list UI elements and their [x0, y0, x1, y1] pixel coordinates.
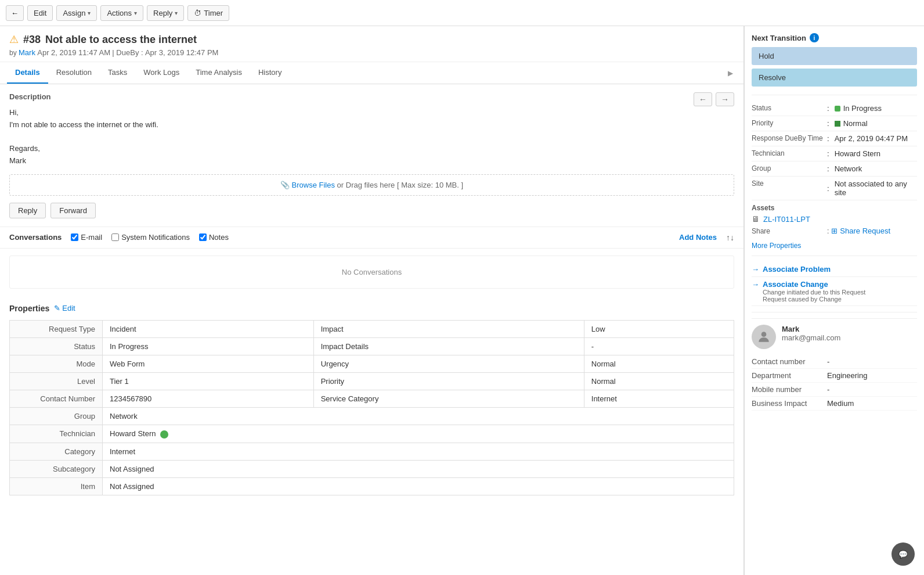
group-value: : Network	[827, 164, 862, 173]
contact-number-value: -	[827, 357, 829, 366]
actions-button[interactable]: Actions ▾	[100, 5, 143, 21]
user-info: Mark mark@gmail.com	[782, 325, 840, 342]
due-label: DueBy :	[116, 48, 143, 57]
tab-history[interactable]: History	[250, 62, 290, 84]
contact-number-label: Contact number	[752, 357, 827, 366]
file-drop-area[interactable]: 📎 Browse Files or Drag files here [ Max …	[9, 174, 734, 196]
ticket-author-link[interactable]: Mark	[19, 48, 35, 57]
warning-icon: ⚠	[9, 33, 19, 46]
associate-change-item: → Associate Change Change initiated due …	[752, 277, 917, 306]
ticket-meta: by Mark Apr 2, 2019 11:47 AM | DueBy : A…	[9, 48, 734, 57]
department-label: Department	[752, 371, 827, 380]
tab-work-logs[interactable]: Work Logs	[135, 62, 187, 84]
back-button[interactable]: ←	[6, 5, 24, 21]
resolve-button[interactable]: Resolve	[752, 69, 917, 87]
tab-details[interactable]: Details	[7, 62, 48, 84]
toolbar: ← Edit Assign ▾ Actions ▾ Reply ▾ ⏱ Time…	[0, 0, 924, 26]
system-notifications-filter[interactable]: System Notifications	[111, 233, 190, 242]
properties-section: Properties ✎ Edit Request Type Incident …	[0, 296, 743, 504]
tab-time-analysis[interactable]: Time Analysis	[187, 62, 250, 84]
chat-icon: 💬	[898, 550, 908, 559]
table-row: Mode Web Form Urgency Normal	[10, 355, 734, 372]
description-prev-button[interactable]: ←	[694, 92, 712, 106]
group-field-row: Group : Network	[752, 161, 917, 177]
description-next-button[interactable]: →	[716, 92, 734, 106]
asset-item[interactable]: 🖥 ZL-IT011-LPT	[752, 214, 917, 224]
paperclip-icon: 📎	[280, 181, 290, 189]
svg-point-0	[761, 332, 767, 337]
timer-button[interactable]: ⏱ Timer	[187, 5, 229, 21]
reply-action-button[interactable]: Reply	[9, 203, 46, 218]
notes-checkbox[interactable]	[199, 233, 207, 241]
mobile-row: Mobile number -	[752, 383, 917, 397]
status-field-label: Status	[752, 104, 827, 113]
divider	[752, 95, 917, 95]
system-notifications-checkbox[interactable]	[111, 233, 119, 241]
tabs-bar: Details Resolution Tasks Work Logs Time …	[0, 62, 743, 84]
tab-tasks[interactable]: Tasks	[100, 62, 135, 84]
mobile-value: -	[827, 385, 829, 394]
response-due-value: : Apr 2, 2019 04:47 PM	[827, 134, 908, 143]
assoc-change-sub1: Change initiated due to this Request	[763, 289, 865, 296]
priority-field-label: Priority	[752, 119, 827, 128]
next-transition-label: Next Transition	[752, 34, 806, 42]
edit-button[interactable]: Edit	[27, 5, 53, 21]
hold-button[interactable]: Hold	[752, 47, 917, 65]
tab-collapse-icon[interactable]: ▶	[724, 69, 737, 77]
site-field-row: Site : Not associated to any site	[752, 177, 917, 200]
chat-fab-button[interactable]: 💬	[891, 542, 915, 566]
forward-action-button[interactable]: Forward	[50, 203, 96, 218]
share-request-button[interactable]: ⊞ Share Request	[831, 227, 890, 235]
priority-dot-icon	[835, 121, 840, 127]
technician-field-row: Technician : Howard Stern	[752, 146, 917, 161]
add-notes-button[interactable]: Add Notes	[679, 233, 717, 242]
status-field-value: : In Progress	[827, 104, 882, 113]
assign-button[interactable]: Assign ▾	[56, 5, 97, 21]
technician-label: Technician	[752, 149, 827, 158]
department-value: Engineering	[827, 371, 867, 380]
next-transition-section: Next Transition i Hold Resolve	[752, 33, 917, 87]
table-row: Category Internet	[10, 443, 734, 460]
notes-filter[interactable]: Notes	[199, 233, 229, 242]
browse-files-link[interactable]: Browse Files	[292, 181, 335, 189]
left-panel: ⚠ #38 Not able to access the internet by…	[0, 26, 744, 575]
share-label: Share	[752, 227, 827, 235]
tab-resolution[interactable]: Resolution	[48, 62, 100, 84]
divider2	[752, 256, 917, 256]
arrow-right-icon2: →	[752, 280, 759, 289]
response-due-label: Response DueBy Time	[752, 134, 827, 143]
conversations-bar: Conversations E-mail System Notification…	[0, 227, 743, 249]
description-section: Description ← → Hi, I'm not able to acce…	[0, 84, 743, 227]
email-filter-label: E-mail	[81, 233, 102, 242]
ticket-number: #38	[23, 34, 41, 46]
status-field-row: Status : In Progress	[752, 101, 917, 116]
edit-icon: ✎	[54, 304, 60, 312]
properties-edit-link[interactable]: ✎ Edit	[54, 304, 75, 312]
reply-forward-row: Reply Forward	[9, 203, 734, 218]
table-row: Item Not Assigned	[10, 477, 734, 495]
properties-title: Properties	[9, 304, 49, 313]
sort-button[interactable]: ↑↓	[726, 233, 734, 242]
business-impact-row: Business Impact Medium	[752, 397, 917, 411]
conversations-label: Conversations	[9, 233, 62, 242]
asset-name: ZL-IT011-LPT	[763, 215, 810, 224]
table-row: Group Network	[10, 407, 734, 425]
reply-button[interactable]: Reply ▾	[147, 5, 184, 21]
business-impact-label: Business Impact	[752, 399, 827, 408]
properties-table: Request Type Incident Impact Low Status …	[9, 320, 734, 495]
timer-icon: ⏱	[194, 9, 201, 17]
associate-change-label[interactable]: Associate Change	[763, 280, 865, 289]
group-label: Group	[752, 164, 827, 173]
email-checkbox[interactable]	[71, 233, 78, 241]
associate-problem-item[interactable]: → Associate Problem	[752, 262, 917, 277]
no-conversations-message: No Conversations	[9, 256, 734, 289]
share-plus-icon: ⊞	[831, 227, 838, 235]
user-name: Mark	[782, 325, 840, 333]
technician-status-icon	[160, 430, 168, 439]
ticket-date: Apr 2, 2019 11:47 AM	[37, 48, 110, 57]
ticket-header: ⚠ #38 Not able to access the internet by…	[0, 26, 743, 62]
email-filter[interactable]: E-mail	[71, 233, 102, 242]
ticket-title: Not able to access the internet	[45, 34, 197, 46]
properties-header: Properties ✎ Edit	[9, 304, 734, 313]
more-properties-link[interactable]: More Properties	[752, 242, 917, 250]
